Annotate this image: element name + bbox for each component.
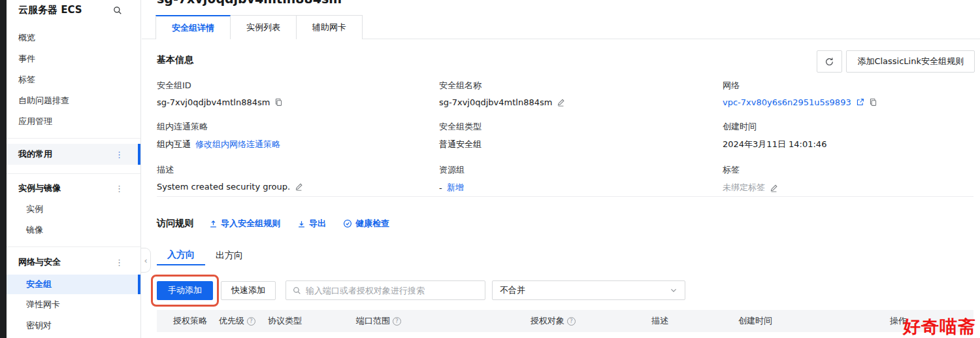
help-icon[interactable]: ?	[393, 317, 401, 326]
vpc-link[interactable]: vpc-7xv80y6s6n2951u5s9893	[723, 97, 851, 107]
page-title-clipped: sg-7xvj0qdjbv4mtln884sm	[157, 0, 431, 6]
sidebar-item-images[interactable]: 镜像	[26, 224, 43, 237]
copy-icon[interactable]	[274, 98, 283, 107]
sidebar-item-tags[interactable]: 标签	[18, 73, 35, 86]
manual-add-wrapper: 手动添加	[157, 281, 213, 300]
rules-toolbar: 手动添加 快速添加 不合并	[157, 280, 685, 300]
sidebar-group-network-security[interactable]: 网络与安全	[18, 256, 61, 269]
tab-inbound[interactable]: 入方向	[157, 246, 205, 265]
copy-icon[interactable]	[869, 98, 877, 107]
tab-security-group-detail[interactable]: 安全组详情	[155, 15, 231, 39]
add-resource-group-link[interactable]: 新增	[447, 182, 464, 194]
direction-tabs: 入方向 出方向	[157, 246, 253, 265]
tab-instance-list[interactable]: 实例列表	[231, 15, 297, 39]
search-icon	[293, 286, 301, 295]
import-icon	[209, 220, 218, 228]
sidebar-item-favorites[interactable]: 我的常用 ⋮	[7, 144, 140, 165]
sidebar-item-overview[interactable]: 概览	[18, 31, 35, 44]
divider	[157, 196, 973, 197]
sidebar-item-instances[interactable]: 实例	[26, 203, 43, 216]
health-check-link[interactable]: 健康检查	[343, 218, 389, 229]
quick-add-button[interactable]: 快速添加	[221, 281, 276, 300]
field-created-at: 创建时间 2024年3月11日 14:01:46	[723, 121, 977, 150]
sidebar-collapse-handle[interactable]: ‹	[141, 248, 151, 273]
more-icon[interactable]: ⋮	[115, 184, 123, 194]
col-port-range: 端口范围?	[356, 310, 401, 332]
import-rules-link[interactable]: 导入安全组规则	[209, 218, 280, 229]
export-icon	[297, 220, 306, 228]
merge-select-value: 不合并	[500, 284, 525, 296]
refresh-icon	[825, 57, 834, 67]
refresh-button[interactable]	[817, 50, 842, 73]
access-rules-heading: 访问规则	[157, 218, 193, 229]
sidebar-item-events[interactable]: 事件	[18, 52, 35, 65]
favorites-label: 我的常用	[18, 144, 52, 165]
field-security-group-id: 安全组ID sg-7xvj0qdjbv4mtln884sm	[157, 80, 439, 107]
field-tags: 标签 未绑定标签	[723, 164, 977, 194]
col-authorization-object: 授权对象?	[531, 310, 576, 332]
col-description: 描述	[651, 310, 668, 332]
field-intra-policy: 组内连通策略 组内互通 修改组内网络连通策略	[157, 121, 439, 150]
field-resource-group: 资源组 - 新增	[439, 164, 723, 194]
modify-intra-policy-link[interactable]: 修改组内网络连通策略	[195, 139, 280, 150]
rules-search-box	[286, 280, 485, 300]
sidebar-item-app-manage[interactable]: 应用管理	[18, 115, 52, 128]
help-icon[interactable]: ?	[567, 317, 576, 326]
chevron-down-icon	[670, 286, 678, 294]
sidebar-group-instances-images[interactable]: 实例与镜像	[18, 182, 61, 195]
field-description: 描述 System created security group.	[157, 164, 439, 194]
divider	[7, 246, 140, 247]
col-protocol: 协议类型	[268, 310, 302, 332]
active-indicator-bar	[138, 144, 140, 165]
field-sg-type: 安全组类型 普通安全组	[439, 121, 723, 150]
tab-outbound[interactable]: 出方向	[205, 246, 253, 265]
rules-table-header: 授权策略 优先级? 协议类型 端口范围? 授权对象? 描述 创建时间 操作	[157, 310, 973, 332]
left-dark-rail	[0, 0, 7, 338]
add-classiclink-rule-button[interactable]: 添加ClassicLink安全组规则	[846, 50, 975, 73]
more-icon[interactable]: ⋮	[115, 258, 123, 267]
tab-bar: 安全组详情 实例列表 辅助网卡	[142, 15, 980, 39]
rules-search-input[interactable]	[306, 286, 478, 296]
sidebar-item-self-diagnose[interactable]: 自助问题排查	[18, 94, 69, 107]
edit-icon[interactable]	[557, 98, 565, 107]
watermark-text: 好奇喵斋	[903, 315, 976, 338]
ecs-console-page: 云服务器 ECS 概览 事件 标签 自助问题排查 应用管理 我的常用 ⋮ 实例与…	[0, 0, 980, 338]
main-content: sg-7xvj0qdjbv4mtln884sm 安全组详情 实例列表 辅助网卡 …	[142, 0, 980, 338]
more-icon[interactable]: ⋮	[115, 150, 123, 160]
health-check-icon	[343, 219, 352, 228]
merge-select[interactable]: 不合并	[492, 280, 685, 300]
external-link-icon[interactable]	[856, 98, 864, 107]
col-created-time: 创建时间	[738, 310, 772, 332]
tab-secondary-eni[interactable]: 辅助网卡	[297, 15, 363, 39]
manual-add-button[interactable]: 手动添加	[157, 281, 213, 300]
basic-info-heading: 基本信息	[157, 54, 193, 66]
divider	[7, 173, 140, 174]
access-rules-header: 访问规则 导入安全组规则 导出 健康检查	[157, 217, 406, 230]
basic-info-grid: 安全组ID sg-7xvj0qdjbv4mtln884sm 安全组名称 sg-7…	[157, 80, 977, 194]
export-link[interactable]: 导出	[297, 218, 326, 229]
sidebar-product-title: 云服务器 ECS	[18, 4, 82, 16]
active-indicator-bar	[138, 275, 140, 294]
sidebar-item-keypairs[interactable]: 密钥对	[26, 319, 52, 332]
sidebar: 云服务器 ECS 概览 事件 标签 自助问题排查 应用管理 我的常用 ⋮ 实例与…	[7, 0, 141, 338]
sidebar-item-eni[interactable]: 弹性网卡	[26, 298, 60, 311]
col-policy: 授权策略	[173, 310, 207, 332]
help-icon[interactable]: ?	[247, 317, 255, 326]
field-security-group-name: 安全组名称 sg-7xvj0qdjbv4mtln884sm	[439, 80, 723, 107]
edit-icon[interactable]	[295, 182, 303, 191]
edit-icon[interactable]	[770, 184, 778, 192]
sidebar-item-security-groups-selected[interactable]: 安全组	[7, 275, 140, 294]
col-priority: 优先级?	[219, 310, 255, 332]
field-network: 网络 vpc-7xv80y6s6n2951u5s9893	[723, 80, 977, 107]
chevron-left-icon: ‹	[144, 256, 147, 265]
divider	[7, 138, 140, 139]
search-icon[interactable]	[113, 6, 122, 15]
security-groups-label: 安全组	[26, 275, 52, 294]
